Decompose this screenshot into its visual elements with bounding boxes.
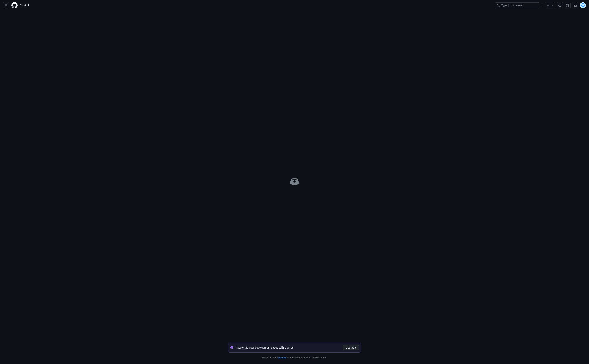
- page-title: Copilot: [20, 4, 29, 7]
- search-input[interactable]: Type / to search: [495, 2, 540, 8]
- avatar-identicon: [580, 2, 586, 8]
- copilot-icon: [290, 177, 299, 186]
- benefits-link[interactable]: benefits: [278, 356, 286, 359]
- search-suffix: to search: [513, 4, 524, 7]
- hamburger-icon: [5, 4, 8, 7]
- pull-requests-button[interactable]: [564, 2, 571, 8]
- search-prefix: Type: [502, 4, 507, 7]
- discover-line: Discover all the benefits of the world's…: [262, 356, 327, 359]
- header-right: Type / to search: [495, 2, 586, 8]
- main-content: Accelerate your development speed with C…: [0, 11, 589, 364]
- search-placeholder: Type / to search: [502, 4, 524, 7]
- banner-left: Accelerate your development speed with C…: [230, 346, 293, 350]
- bottom-section: Accelerate your development speed with C…: [228, 343, 361, 359]
- header-left: Copilot: [3, 2, 29, 8]
- plus-icon: [547, 4, 550, 7]
- discover-suffix: of the world's leading AI developer tool…: [286, 356, 327, 359]
- chevron-down-icon: [551, 4, 554, 7]
- search-icon: [497, 4, 500, 7]
- issue-opened-icon: [558, 4, 562, 7]
- github-mark-icon: [12, 2, 18, 8]
- notifications-button[interactable]: [572, 2, 578, 8]
- create-new-button[interactable]: [545, 2, 555, 8]
- app-header: Copilot Type / to search: [0, 0, 589, 11]
- upgrade-button[interactable]: Upgrade: [343, 345, 359, 351]
- inbox-icon: [574, 4, 577, 7]
- git-pull-request-icon: [566, 4, 569, 7]
- github-logo[interactable]: [12, 2, 18, 8]
- discover-prefix: Discover all the: [262, 356, 278, 359]
- copilot-logo: [290, 177, 299, 187]
- issues-button[interactable]: [557, 2, 563, 8]
- copilot-small-icon: [230, 346, 233, 350]
- banner-text: Accelerate your development speed with C…: [236, 346, 293, 349]
- user-avatar[interactable]: [580, 2, 586, 8]
- upgrade-banner: Accelerate your development speed with C…: [228, 343, 361, 352]
- hamburger-menu-button[interactable]: [3, 2, 9, 8]
- search-key-badge: /: [508, 4, 512, 7]
